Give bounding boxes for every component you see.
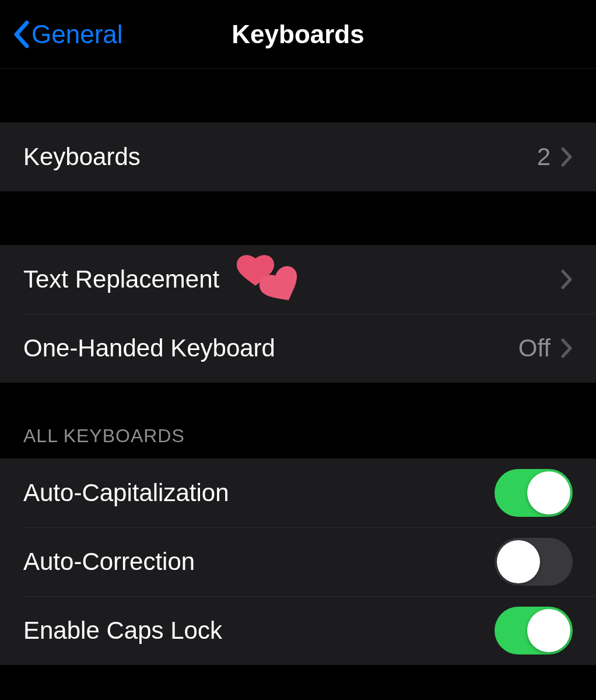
one-handed-value: Off <box>518 334 551 362</box>
auto-capitalization-label: Auto-Capitalization <box>23 479 495 507</box>
nav-bar: General Keyboards <box>0 0 596 69</box>
chevron-left-icon <box>13 20 29 48</box>
auto-capitalization-row: Auto-Capitalization <box>0 459 596 527</box>
toggle-knob <box>497 540 540 583</box>
auto-correction-row: Auto-Correction <box>0 527 596 596</box>
enable-caps-lock-toggle[interactable] <box>495 607 573 654</box>
all-keyboards-group: Auto-Capitalization Auto-Correction Enab… <box>0 459 596 665</box>
enable-caps-lock-row: Enable Caps Lock <box>0 596 596 665</box>
auto-capitalization-toggle[interactable] <box>495 469 573 517</box>
two-hearts-icon <box>226 250 314 302</box>
section-spacer <box>0 191 596 245</box>
chevron-right-icon <box>561 270 573 289</box>
one-handed-label: One-Handed Keyboard <box>23 334 518 362</box>
back-label: General <box>31 20 123 49</box>
text-replacement-label: Text Replacement <box>23 265 219 293</box>
back-button[interactable]: General <box>13 20 123 49</box>
page-title: Keyboards <box>232 20 364 49</box>
keyboards-group: Keyboards 2 <box>0 123 596 191</box>
toggle-knob <box>527 471 570 514</box>
section-header-container: ALL KEYBOARDS <box>0 383 596 459</box>
auto-correction-toggle[interactable] <box>495 538 573 586</box>
keyboards-row[interactable]: Keyboards 2 <box>0 123 596 191</box>
chevron-right-icon <box>561 338 573 358</box>
text-group: Text Replacement One-Handed Keyboard Off <box>0 245 596 383</box>
section-spacer <box>0 69 596 123</box>
keyboards-count: 2 <box>537 143 551 171</box>
one-handed-keyboard-row[interactable]: One-Handed Keyboard Off <box>0 314 596 383</box>
toggle-knob <box>527 609 570 652</box>
text-replacement-text: Text Replacement <box>23 265 219 293</box>
text-replacement-row[interactable]: Text Replacement <box>0 245 596 314</box>
enable-caps-lock-label: Enable Caps Lock <box>23 617 495 645</box>
chevron-right-icon <box>561 147 573 167</box>
keyboards-label: Keyboards <box>23 143 537 171</box>
all-keyboards-header: ALL KEYBOARDS <box>23 425 185 447</box>
auto-correction-label: Auto-Correction <box>23 548 495 576</box>
